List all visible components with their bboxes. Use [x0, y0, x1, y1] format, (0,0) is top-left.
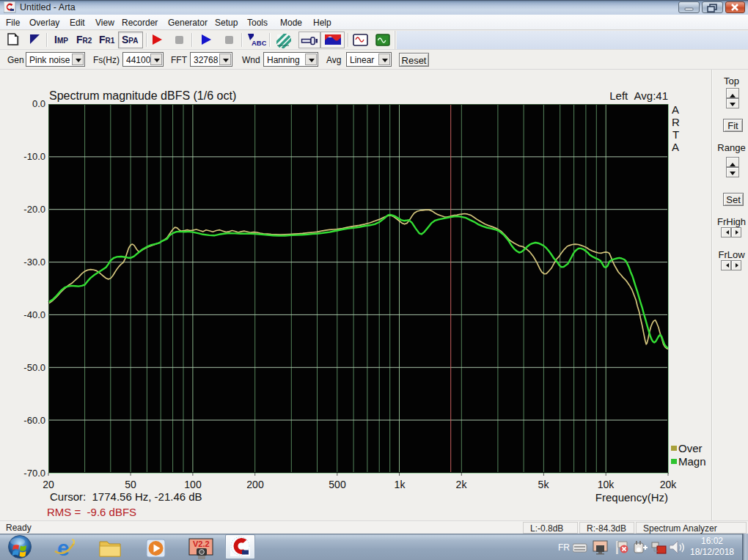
svg-text:-70.0: -70.0 — [23, 468, 45, 479]
svg-text:RMS = -9.6 dBFS: RMS = -9.6 dBFS — [47, 506, 136, 518]
svg-text:2k: 2k — [456, 479, 468, 490]
svg-text:Over: Over — [678, 442, 703, 454]
svg-text:T: T — [672, 128, 679, 141]
svg-text:50: 50 — [125, 479, 136, 490]
svg-text:0.0: 0.0 — [32, 98, 45, 109]
svg-text:5k: 5k — [538, 479, 550, 490]
svg-text:R: R — [672, 116, 680, 128]
svg-text:e: e — [57, 537, 70, 559]
svg-text:10k: 10k — [598, 479, 615, 490]
svg-text:-40.0: -40.0 — [23, 309, 45, 320]
svg-text:-60.0: -60.0 — [23, 415, 45, 426]
svg-text:Frequency(Hz): Frequency(Hz) — [595, 491, 668, 504]
svg-text:Cursor: 1774.56 Hz, -21.46 dB: Cursor: 1774.56 Hz, -21.46 dB — [50, 490, 202, 503]
svg-text:Spectrum magnitude dBFS (1/6 o: Spectrum magnitude dBFS (1/6 oct) — [49, 89, 236, 102]
svg-text:500: 500 — [329, 479, 346, 490]
svg-text:Magn: Magn — [678, 455, 706, 468]
svg-text:-50.0: -50.0 — [23, 362, 45, 373]
svg-text:200: 200 — [246, 479, 264, 490]
svg-text:100: 100 — [184, 479, 202, 490]
svg-text:-20.0: -20.0 — [23, 204, 45, 215]
svg-text:V2.2: V2.2 — [193, 539, 210, 548]
svg-text:A: A — [672, 103, 679, 116]
svg-text:Left Avg:41: Left Avg:41 — [609, 89, 668, 102]
svg-text:20k: 20k — [660, 479, 678, 490]
svg-text:-10.0: -10.0 — [23, 151, 45, 162]
svg-text:A: A — [672, 141, 679, 153]
svg-text:20: 20 — [43, 479, 54, 490]
svg-text:1k: 1k — [395, 479, 406, 490]
svg-text:-30.0: -30.0 — [23, 257, 45, 268]
svg-text:ABC: ABC — [252, 39, 266, 47]
